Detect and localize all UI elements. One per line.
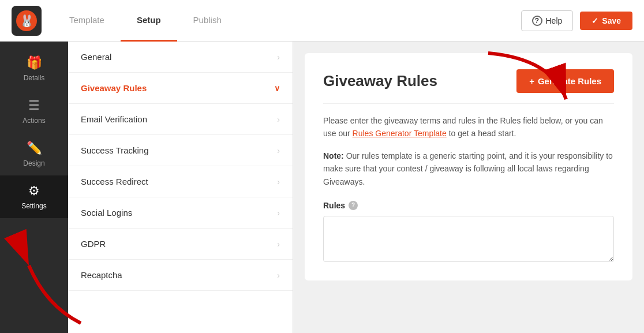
email-verification-chevron-icon: › [277,115,280,124]
card-title: Giveaway Rules [323,72,437,90]
generate-plus-icon: + [529,76,534,86]
sidebar-item-actions-label: Actions [23,117,45,125]
sidebar-item-settings-label: Settings [21,202,46,210]
actions-icon: ☰ [28,98,40,113]
recaptcha-label: Recaptcha [81,270,122,280]
email-verification-label: Email Verification [81,114,147,124]
rules-generator-link[interactable]: Rules Generator Template [353,129,447,138]
secondary-sidebar: General › Giveaway Rules ∨ Email Verific… [68,42,293,333]
help-icon: ? [532,16,542,26]
social-logins-label: Social Logins [81,208,132,218]
logo-icon: 🐰 [16,10,37,31]
sidebar-item-details-label: Details [24,74,45,82]
tab-template[interactable]: Template [53,0,121,42]
generate-rules-label: Generate Rules [538,76,601,86]
secondary-item-recaptcha[interactable]: Recaptcha › [68,260,293,291]
rules-help-icon[interactable]: ? [349,201,358,210]
tab-setup[interactable]: Setup [121,0,177,42]
design-icon: ✏️ [27,141,42,156]
logo[interactable]: 🐰 [12,6,42,36]
recaptcha-chevron-icon: › [277,271,280,280]
card-note: Note: Our rules template is a generic st… [323,149,614,188]
giveaway-rules-label: Giveaway Rules [81,83,147,93]
gdpr-chevron-icon: › [277,240,280,249]
card-header: Giveaway Rules + Generate Rules [323,69,614,104]
secondary-item-success-redirect[interactable]: Success Redirect › [68,166,293,197]
success-redirect-label: Success Redirect [81,177,148,186]
success-tracking-label: Success Tracking [81,145,149,155]
secondary-item-success-tracking[interactable]: Success Tracking › [68,135,293,166]
sidebar-item-actions[interactable]: ☰ Actions [0,90,68,133]
sidebar-item-design-label: Design [23,159,44,167]
nav-tabs: Template Setup Publish [53,0,521,42]
giveaway-rules-chevron-icon: ∨ [274,84,280,93]
top-navigation: 🐰 Template Setup Publish ? Help ✓ Save [0,0,644,42]
sidebar-item-settings[interactable]: ⚙ Settings [0,175,68,218]
save-check-icon: ✓ [591,16,598,25]
top-nav-actions: ? Help ✓ Save [521,10,633,31]
save-button[interactable]: ✓ Save [580,12,632,30]
main-content-area: Giveaway Rules + Generate Rules Please e… [293,42,644,333]
general-label: General [81,52,111,62]
description-end: to get a head start. [449,129,516,138]
gdpr-label: GDPR [81,239,106,249]
tab-publish[interactable]: Publish [177,0,238,42]
help-label: Help [546,16,563,25]
settings-icon: ⚙ [28,184,40,199]
sidebar-item-details[interactable]: 🎁 Details [0,47,68,90]
secondary-item-giveaway-rules[interactable]: Giveaway Rules ∨ [68,73,293,104]
main-layout: 🎁 Details ☰ Actions ✏️ Design ⚙ Settings… [0,42,644,333]
success-redirect-chevron-icon: › [277,177,280,186]
secondary-item-general[interactable]: General › [68,42,293,73]
secondary-item-social-logins[interactable]: Social Logins › [68,197,293,229]
success-tracking-chevron-icon: › [277,146,280,155]
content-card: Giveaway Rules + Generate Rules Please e… [305,53,632,280]
sidebar-item-design[interactable]: ✏️ Design [0,133,68,175]
help-button[interactable]: ? Help [521,10,574,31]
rules-textarea[interactable] [323,216,614,262]
general-chevron-icon: › [277,53,280,62]
left-sidebar: 🎁 Details ☰ Actions ✏️ Design ⚙ Settings [0,42,68,333]
secondary-item-gdpr[interactable]: GDPR › [68,229,293,260]
rules-label-text: Rules [323,201,345,210]
card-description: Please enter the giveaway terms and rule… [323,114,614,140]
secondary-item-email-verification[interactable]: Email Verification › [68,104,293,135]
note-text: Our rules template is a generic starting… [323,151,613,186]
note-prefix: Note: [323,151,344,160]
save-label: Save [602,16,621,25]
details-icon: 🎁 [27,55,42,70]
social-logins-chevron-icon: › [277,208,280,218]
generate-rules-button[interactable]: + Generate Rules [516,69,614,93]
rules-field-label: Rules ? [323,201,614,210]
